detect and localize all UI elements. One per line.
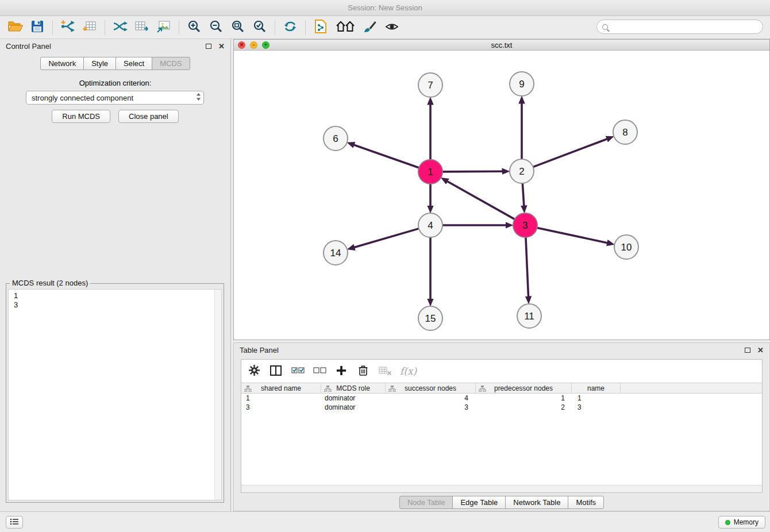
run-mcds-button[interactable]: Run MCDS <box>52 110 110 123</box>
select-all-button[interactable] <box>291 364 305 379</box>
delete-column-button[interactable] <box>356 364 370 379</box>
memory-button[interactable]: Memory <box>718 516 765 529</box>
column-header-predecessor-nodes[interactable]: predecessor nodes <box>476 383 572 393</box>
graph-edge[interactable] <box>522 183 523 206</box>
table-settings-button[interactable] <box>247 364 261 379</box>
task-history-button[interactable] <box>6 516 23 529</box>
delete-table-button[interactable] <box>378 364 392 379</box>
graph-edge[interactable] <box>355 229 419 248</box>
toolbar-separator <box>52 20 53 35</box>
tab-style[interactable]: Style <box>83 57 116 70</box>
zoom-selected-button[interactable] <box>249 18 271 37</box>
table-panel-header: Table Panel ✕ <box>234 343 769 357</box>
header-filler <box>621 383 762 393</box>
export-table-button[interactable] <box>131 18 153 37</box>
graph-node[interactable]: 14 <box>324 241 348 265</box>
close-window-icon[interactable]: ✕ <box>238 41 245 49</box>
tab-node-table[interactable]: Node Table <box>399 496 453 509</box>
zoom-in-button[interactable] <box>183 18 205 37</box>
tab-network[interactable]: Network <box>40 57 84 70</box>
cell-predecessor-nodes[interactable]: 1 <box>476 394 572 402</box>
main-toolbar <box>0 16 770 39</box>
close-panel-icon[interactable]: ✕ <box>218 43 225 50</box>
zoom-window-icon[interactable]: + <box>262 41 270 49</box>
document-share-button[interactable] <box>310 18 332 37</box>
cell-successor-nodes[interactable]: 3 <box>386 403 476 411</box>
cell-shared-name[interactable]: 1 <box>241 394 321 402</box>
import-network-button[interactable] <box>57 18 79 37</box>
tab-select[interactable]: Select <box>116 57 152 70</box>
optimization-criterion-select[interactable]: strongly connected component <box>26 91 204 105</box>
table-row[interactable]: 3 dominator 3 2 3 <box>241 403 762 412</box>
graph-edge[interactable] <box>533 139 607 167</box>
refresh-button[interactable] <box>279 18 301 37</box>
graph-edge[interactable] <box>526 237 529 296</box>
tab-mcds[interactable]: MCDS <box>152 57 190 70</box>
close-panel-icon[interactable]: ✕ <box>757 346 764 354</box>
table-tabs: Node Table Edge Table Network Table Moti… <box>234 496 769 509</box>
minimize-window-icon[interactable]: − <box>250 41 257 49</box>
import-table-button[interactable] <box>79 18 101 37</box>
graph-edge[interactable] <box>354 145 419 168</box>
cell-mcds-role[interactable]: dominator <box>321 403 386 411</box>
cell-successor-nodes[interactable]: 4 <box>386 394 476 402</box>
network-window-titlebar[interactable]: ✕ − + scc.txt <box>234 40 769 51</box>
graph-edge[interactable] <box>448 182 515 219</box>
graph-node[interactable]: 8 <box>613 120 637 144</box>
column-header-mcds-role[interactable]: MCDS role <box>321 383 386 393</box>
function-builder-button[interactable]: f(x) <box>400 364 417 379</box>
graph-node[interactable]: 1 <box>418 160 442 184</box>
style-brush-button[interactable] <box>359 18 381 37</box>
cell-predecessor-nodes[interactable]: 2 <box>476 403 572 411</box>
zoom-fit-button[interactable] <box>227 18 249 37</box>
graph-node[interactable]: 2 <box>510 159 534 183</box>
export-network-button[interactable] <box>109 18 131 37</box>
close-panel-button[interactable]: Close panel <box>118 110 179 123</box>
result-scrollbar[interactable] <box>214 290 221 500</box>
cell-shared-name[interactable]: 3 <box>241 403 321 411</box>
graph-node[interactable]: 15 <box>418 306 442 330</box>
column-header-successor-nodes[interactable]: successor nodes <box>386 383 476 393</box>
global-search[interactable] <box>596 20 763 34</box>
graph-node[interactable]: 11 <box>517 304 541 328</box>
node-table-container: f(x) shared name MCDS role successor nod… <box>241 359 763 493</box>
column-header-name[interactable]: name <box>572 383 621 393</box>
graph-node[interactable]: 9 <box>510 72 534 96</box>
mcds-result-list[interactable]: 1 3 <box>8 289 222 500</box>
network-window: ✕ − + scc.txt 7968124314101511 <box>233 39 770 340</box>
zoom-fit-icon <box>231 20 245 35</box>
double-home-button[interactable] <box>332 18 359 37</box>
graph-node-label: 7 <box>428 80 433 91</box>
tab-motifs[interactable]: Motifs <box>568 496 604 509</box>
cell-mcds-role[interactable]: dominator <box>321 394 386 402</box>
export-image-button[interactable] <box>153 18 175 37</box>
table-row[interactable]: 1 dominator 4 1 1 <box>241 394 762 403</box>
eye-button[interactable] <box>381 18 403 37</box>
deselect-all-button[interactable] <box>313 364 326 379</box>
graph-edge[interactable] <box>442 171 502 172</box>
graph-node-label: 9 <box>519 79 524 90</box>
graph-node[interactable]: 3 <box>513 213 537 237</box>
cell-name[interactable]: 1 <box>572 394 621 402</box>
tab-network-table[interactable]: Network Table <box>505 496 568 509</box>
float-panel-icon[interactable] <box>745 348 750 353</box>
open-session-button[interactable] <box>5 18 26 37</box>
column-header-label: shared name <box>261 384 301 392</box>
save-session-button[interactable] <box>26 18 48 37</box>
tab-edge-table[interactable]: Edge Table <box>452 496 506 509</box>
graph-node[interactable]: 6 <box>324 126 348 151</box>
add-column-button[interactable] <box>334 364 348 379</box>
graph-edge[interactable] <box>537 228 607 242</box>
search-input[interactable] <box>611 23 757 31</box>
graph-node-label: 11 <box>524 311 534 322</box>
float-panel-icon[interactable] <box>206 44 211 49</box>
zoom-out-button[interactable] <box>205 18 227 37</box>
network-graph[interactable]: 7968124314101511 <box>234 51 769 340</box>
column-header-shared-name[interactable]: shared name <box>241 383 321 393</box>
graph-node[interactable]: 4 <box>418 213 442 237</box>
graph-node[interactable]: 7 <box>418 73 442 97</box>
table-horizontal-scrollbar[interactable] <box>241 485 762 492</box>
graph-node[interactable]: 10 <box>614 235 638 259</box>
column-view-button[interactable] <box>269 364 283 379</box>
cell-name[interactable]: 3 <box>572 403 621 411</box>
